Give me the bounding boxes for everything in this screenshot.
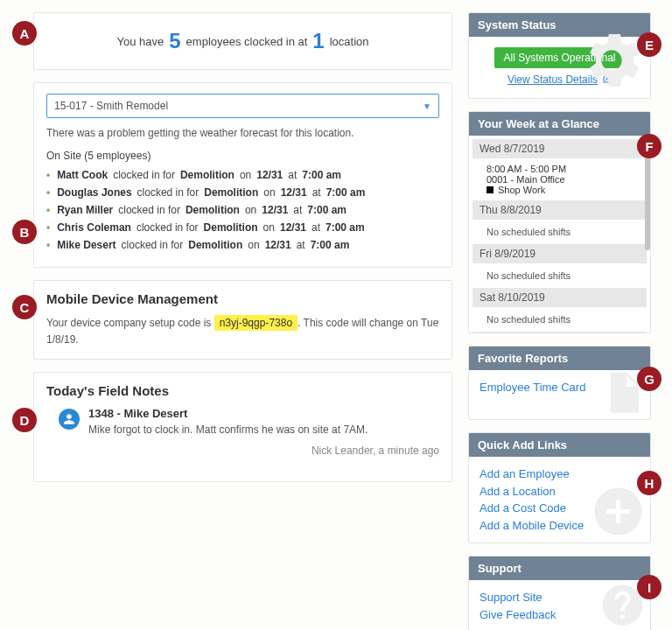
system-status-button[interactable]: All Systems Operational <box>494 47 624 68</box>
support-title: Support <box>469 556 650 580</box>
square-icon <box>486 186 494 193</box>
employee-time: 7:00 am <box>302 169 341 181</box>
summary-mid: employees clocked in at <box>186 35 308 48</box>
support-link[interactable]: Give Feedback <box>480 606 640 624</box>
employee-verb: clocked in for <box>118 204 180 216</box>
employee-verb: clocked in for <box>122 239 184 251</box>
support-links: Support SiteGive Feedback <box>469 580 650 630</box>
summary-post: location <box>330 35 369 48</box>
quick-add-panel: Quick Add Links Add an EmployeeAdd a Loc… <box>468 432 651 543</box>
roster-card: 15-017 - Smith Remodel ▼ There was a pro… <box>33 82 452 268</box>
quick-add-links: Add an EmployeeAdd a LocationAdd a Cost … <box>469 457 650 542</box>
employee-task: Demolition <box>204 221 258 234</box>
summary-location-count: 1 <box>312 29 324 53</box>
annotation-badge-i: I <box>637 575 662 599</box>
quick-add-link[interactable]: Add a Location <box>480 483 640 500</box>
employee-time: 7:00 am <box>311 239 350 251</box>
week-day-list: Wed 8/7/20198:00 AM - 5:00 PM0001 - Main… <box>472 139 647 332</box>
weather-error-text: There was a problem getting the weather … <box>46 127 439 139</box>
employee-task: Demolition <box>188 239 242 251</box>
favorite-reports-title: Favorite Reports <box>469 346 650 370</box>
employee-row: Douglas Jones clocked in for Demolition … <box>46 186 439 199</box>
support-link[interactable]: Support Site <box>480 589 640 606</box>
system-status-panel: System Status All Systems Operational Vi… <box>468 12 651 99</box>
employee-name: Mike Desert <box>57 239 116 251</box>
summary-pre: You have <box>116 35 164 48</box>
annotation-badge-g: G <box>637 367 662 391</box>
annotation-badge-a: A <box>12 21 37 46</box>
status-details-link[interactable]: View Status Details <box>480 74 640 86</box>
week-day-shift: 8:00 AM - 5:00 PM0001 - Main OfficeShop … <box>472 158 647 200</box>
employee-row: Matt Cook clocked in for Demolition on 1… <box>46 169 439 181</box>
employee-time: 7:00 am <box>326 221 365 234</box>
external-link-icon <box>601 74 612 85</box>
favorite-reports-panel: Favorite Reports Employee Time Card <box>468 346 651 420</box>
system-status-title: System Status <box>469 13 650 37</box>
employee-date: 12/31 <box>281 186 307 199</box>
support-panel: Support Support SiteGive Feedback <box>468 556 651 630</box>
employee-task: Demolition <box>186 204 240 216</box>
quick-add-link[interactable]: Add an Employee <box>480 466 640 483</box>
employee-list: Matt Cook clocked in for Demolition on 1… <box>46 169 439 251</box>
onsite-heading: On Site (5 employees) <box>46 150 439 162</box>
employee-row: Mike Desert clocked in for Demolition on… <box>46 239 439 251</box>
quick-add-link[interactable]: Add a Cost Code <box>480 500 640 517</box>
favorite-report-link[interactable]: Employee Time Card <box>480 379 640 396</box>
note-meta: Nick Leander, a minute ago <box>88 444 439 457</box>
employee-name: Matt Cook <box>57 169 108 181</box>
employee-verb: clocked in for <box>136 221 199 234</box>
shift-time: 8:00 AM - 5:00 PM <box>486 164 633 174</box>
week-day-header: Sat 8/10/2019 <box>472 288 647 307</box>
employee-date: 12/31 <box>256 169 283 181</box>
employee-task: Demolition <box>204 186 258 199</box>
employee-verb: clocked in for <box>137 186 200 199</box>
mdm-code: n3yj-9qgp-738o <box>214 315 298 331</box>
avatar-icon <box>59 409 80 430</box>
employee-name: Chris Coleman <box>57 221 131 234</box>
note-title: 1348 - Mike Desert <box>88 407 439 420</box>
clocked-in-summary: You have 5 employees clocked in at 1 loc… <box>33 12 452 70</box>
field-notes-card: Today's Field Notes 1348 - Mike Desert M… <box>33 372 452 482</box>
annotation-badge-c: C <box>12 295 37 319</box>
employee-date: 12/31 <box>280 221 306 234</box>
note-body-text: Mike forgot to clock in. Matt confirms h… <box>88 424 439 436</box>
favorite-reports-links: Employee Time Card <box>469 370 650 419</box>
annotation-badge-b: B <box>12 220 37 244</box>
mdm-text: Your device company setup code is n3yj-9… <box>46 315 439 348</box>
shift-type: Shop Work <box>486 185 633 195</box>
employee-name: Ryan Miller <box>57 204 113 216</box>
chevron-down-icon: ▼ <box>423 102 431 111</box>
job-select[interactable]: 15-017 - Smith Remodel ▼ <box>46 94 439 118</box>
mdm-card: Mobile Device Management Your device com… <box>33 280 452 360</box>
week-day-header: Fri 8/9/2019 <box>472 244 647 263</box>
status-details-label: View Status Details <box>508 74 598 86</box>
quick-add-link[interactable]: Add a Mobile Device <box>480 517 640 535</box>
week-day-none: No scheduled shifts <box>472 263 647 288</box>
employee-row: Ryan Miller clocked in for Demolition on… <box>46 204 439 216</box>
employee-task: Demolition <box>180 169 234 181</box>
summary-employee-count: 5 <box>169 29 180 53</box>
week-day-none: No scheduled shifts <box>472 220 647 244</box>
employee-date: 12/31 <box>265 239 291 251</box>
employee-time: 7:00 am <box>307 204 346 216</box>
employee-time: 7:00 am <box>326 186 366 199</box>
job-select-value: 15-017 - Smith Remodel <box>54 100 168 112</box>
week-day-header: Sun 8/11/2019 <box>472 332 647 332</box>
quick-add-title: Quick Add Links <box>469 433 650 457</box>
employee-verb: clocked in for <box>113 169 175 181</box>
annotation-badge-d: D <box>12 408 37 432</box>
shift-location: 0001 - Main Office <box>486 174 633 185</box>
employee-date: 12/31 <box>262 204 288 216</box>
mdm-pre: Your device company setup code is <box>46 317 211 329</box>
week-day-none: No scheduled shifts <box>472 307 647 332</box>
annotation-badge-e: E <box>637 32 662 57</box>
field-notes-title: Today's Field Notes <box>46 383 439 398</box>
employee-row: Chris Coleman clocked in for Demolition … <box>46 221 439 234</box>
week-day-header: Wed 8/7/2019 <box>472 139 647 158</box>
week-glance-title: Your Week at a Glance <box>469 112 650 136</box>
mdm-title: Mobile Device Management <box>46 291 439 306</box>
employee-name: Douglas Jones <box>57 186 131 199</box>
annotation-badge-h: H <box>637 471 662 495</box>
annotation-badge-f: F <box>637 134 662 158</box>
week-day-header: Thu 8/8/2019 <box>472 200 647 220</box>
